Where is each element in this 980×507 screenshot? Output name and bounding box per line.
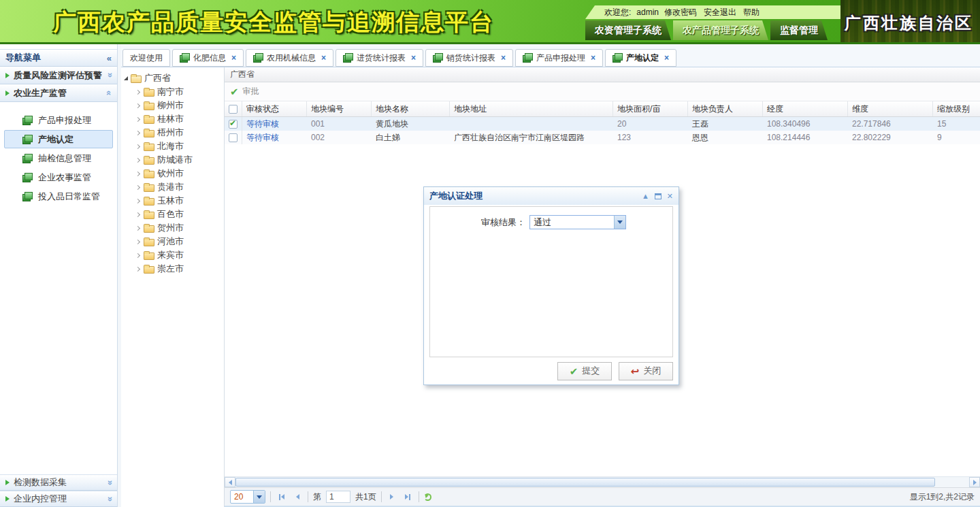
content-tab[interactable]: 化肥信息 × xyxy=(172,49,244,67)
audit-result-select[interactable]: 通过 xyxy=(529,215,626,229)
content-tab[interactable]: 产地认定 × xyxy=(605,49,676,67)
column-header[interactable]: 经度 xyxy=(763,101,848,116)
close-window-icon[interactable]: ✕ xyxy=(667,193,673,200)
scroll-right-button[interactable] xyxy=(969,477,980,487)
collapsed-arrow-icon[interactable] xyxy=(135,212,140,216)
tree-city-node[interactable]: 贵港市 xyxy=(121,180,224,194)
column-header[interactable]: 维度 xyxy=(848,101,933,116)
cell-status[interactable]: 等待审核 xyxy=(242,131,307,144)
prev-page-button[interactable] xyxy=(293,494,303,500)
collapse-window-icon[interactable]: ▲ xyxy=(642,193,649,200)
tree-city-node[interactable]: 来宾市 xyxy=(121,248,224,262)
collapsed-arrow-icon[interactable] xyxy=(135,198,140,203)
column-header[interactable]: 地块地址 xyxy=(450,101,613,116)
column-header[interactable]: 审核状态 xyxy=(242,101,307,116)
tab-close-icon[interactable]: × xyxy=(321,53,326,63)
tree-city-node[interactable]: 防城港市 xyxy=(121,153,224,167)
table-row[interactable]: 等待审核 001 黄瓜地块 20 王磊 108.340496 22.717846… xyxy=(225,117,980,131)
column-header[interactable]: 地块名称 xyxy=(372,101,450,116)
tree-root-node[interactable]: 广西省 xyxy=(121,71,224,85)
expanded-arrow-icon[interactable] xyxy=(124,76,128,80)
tree-city-node[interactable]: 梧州市 xyxy=(121,126,224,140)
tree-city-node[interactable]: 贺州市 xyxy=(121,221,224,235)
tree-city-node[interactable]: 钦州市 xyxy=(121,167,224,180)
collapsed-arrow-icon[interactable] xyxy=(135,144,140,148)
tab-close-icon[interactable]: × xyxy=(664,53,669,63)
system-tab[interactable]: 农资管理子系统 xyxy=(585,20,671,40)
header-link[interactable]: 帮助 xyxy=(743,7,760,18)
row-checkbox[interactable] xyxy=(229,133,238,142)
accordion-internal-control[interactable]: 企业内控管理 « xyxy=(0,491,117,507)
header-link[interactable]: 修改密码 xyxy=(664,7,697,18)
collapsed-arrow-icon[interactable] xyxy=(135,157,140,162)
tree-city-node[interactable]: 桂林市 xyxy=(121,112,224,126)
sidebar-nav-item[interactable]: 产品申报处理 xyxy=(4,111,113,129)
tab-close-icon[interactable]: × xyxy=(591,53,595,63)
first-page-button[interactable] xyxy=(276,494,288,500)
row-checkbox[interactable] xyxy=(229,120,238,129)
system-tab[interactable]: 监督管理 xyxy=(770,20,828,40)
sidebar-nav-item[interactable]: 企业农事监管 xyxy=(4,168,113,186)
scrollbar-thumb[interactable] xyxy=(235,478,935,487)
accordion-detection-data[interactable]: 检测数据采集 « xyxy=(0,474,117,491)
column-header[interactable]: 缩放级别 xyxy=(933,101,980,116)
content-tab[interactable]: 农用机械信息 × xyxy=(246,49,333,67)
page-number-input[interactable] xyxy=(326,491,350,503)
column-header[interactable]: 地块负责人 xyxy=(688,101,763,116)
chevron-down-icon[interactable]: « xyxy=(104,480,114,485)
column-header[interactable]: 地块面积/亩 xyxy=(613,101,688,116)
collapsed-arrow-icon[interactable] xyxy=(135,171,140,176)
table-row[interactable]: 等待审核 002 白土娣 广西壮族自治区南宁市江南区堤园路 123 恩恩 108… xyxy=(225,131,980,144)
system-tab[interactable]: 农产品管理子系统 xyxy=(673,20,768,40)
sidebar-nav-item[interactable]: 投入品日常监管 xyxy=(4,187,113,206)
accordion-risk-warning[interactable]: 质量风险监测评估预警 « xyxy=(0,67,117,84)
content-tab[interactable]: 进货统计报表 × xyxy=(336,49,423,67)
submit-button[interactable]: ✔ 提交 xyxy=(557,362,612,380)
collapsed-arrow-icon[interactable] xyxy=(135,116,140,121)
tree-city-node[interactable]: 崇左市 xyxy=(121,262,224,276)
chevron-down-icon[interactable]: « xyxy=(104,496,114,501)
horizontal-scrollbar[interactable] xyxy=(225,476,980,487)
sidebar-nav-item[interactable]: 产地认定 xyxy=(4,130,113,148)
tree-city-node[interactable]: 北海市 xyxy=(121,140,224,153)
chevron-up-icon[interactable]: « xyxy=(104,91,114,95)
tab-close-icon[interactable]: × xyxy=(501,53,506,63)
sidebar-nav-item[interactable]: 抽检信息管理 xyxy=(4,149,113,167)
chevron-down-icon[interactable]: « xyxy=(104,73,114,78)
tree-city-node[interactable]: 柳州市 xyxy=(121,99,224,112)
scrollbar-track[interactable] xyxy=(935,477,969,487)
collapsed-arrow-icon[interactable] xyxy=(135,103,140,108)
content-tab[interactable]: 欢迎使用 × xyxy=(122,49,170,67)
page-size-select[interactable]: 20 xyxy=(230,490,265,504)
content-tab[interactable]: 销货统计报表 × xyxy=(425,49,513,67)
tree-city-node[interactable]: 玉林市 xyxy=(121,194,224,208)
column-header[interactable]: 地块编号 xyxy=(307,101,372,116)
collapsed-arrow-icon[interactable] xyxy=(135,266,140,271)
next-page-button[interactable] xyxy=(387,494,397,500)
approve-button[interactable]: 审批 xyxy=(243,86,259,97)
collapsed-arrow-icon[interactable] xyxy=(135,130,140,135)
collapsed-arrow-icon[interactable] xyxy=(135,184,140,189)
collapsed-arrow-icon[interactable] xyxy=(135,225,140,230)
dropdown-button[interactable] xyxy=(614,216,625,229)
tab-close-icon[interactable]: × xyxy=(231,53,236,63)
tree-city-node[interactable]: 百色市 xyxy=(121,208,224,221)
dropdown-button[interactable] xyxy=(253,491,265,503)
tab-close-icon[interactable]: × xyxy=(411,53,416,63)
content-tab[interactable]: 产品申报处理 × xyxy=(515,49,603,67)
cell-status[interactable]: 等待审核 xyxy=(242,117,307,131)
last-page-button[interactable] xyxy=(402,494,414,500)
header-link[interactable]: 安全退出 xyxy=(704,7,736,18)
scroll-left-button[interactable] xyxy=(225,477,235,487)
collapse-sidebar-icon[interactable]: « xyxy=(107,53,112,63)
accordion-production-supervision[interactable]: 农业生产监管 « xyxy=(0,84,117,102)
collapsed-arrow-icon[interactable] xyxy=(135,252,140,257)
refresh-icon[interactable] xyxy=(424,493,431,501)
dialog-titlebar[interactable]: 产地认证处理 ▲ ✕ xyxy=(424,187,679,205)
collapsed-arrow-icon[interactable] xyxy=(135,239,140,244)
tree-city-node[interactable]: 河池市 xyxy=(121,235,224,248)
collapsed-arrow-icon[interactable] xyxy=(135,89,140,94)
close-button[interactable]: ↩ 关闭 xyxy=(619,362,673,380)
maximize-window-icon[interactable] xyxy=(655,193,662,199)
tree-city-node[interactable]: 南宁市 xyxy=(121,85,224,99)
